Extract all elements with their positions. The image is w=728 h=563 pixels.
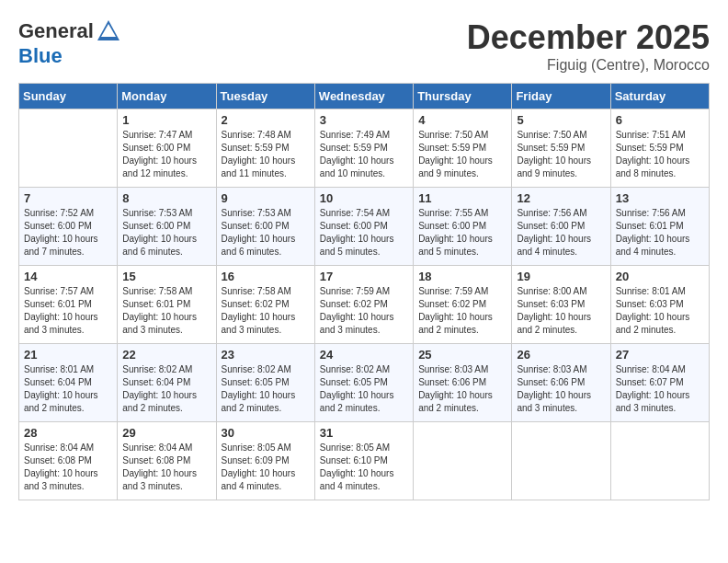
day-cell: 17Sunrise: 7:59 AM Sunset: 6:02 PM Dayli… (314, 266, 413, 344)
day-cell: 18Sunrise: 7:59 AM Sunset: 6:02 PM Dayli… (414, 266, 512, 344)
day-number: 24 (320, 348, 408, 362)
location-title: Figuig (Centre), Morocco (467, 57, 710, 74)
day-cell: 4Sunrise: 7:50 AM Sunset: 5:59 PM Daylig… (414, 109, 512, 188)
week-row-4: 21Sunrise: 8:01 AM Sunset: 6:04 PM Dayli… (19, 344, 710, 422)
day-cell: 1Sunrise: 7:47 AM Sunset: 6:00 PM Daylig… (118, 109, 216, 188)
day-cell: 30Sunrise: 8:05 AM Sunset: 6:09 PM Dayli… (216, 422, 314, 500)
day-cell: 25Sunrise: 8:03 AM Sunset: 6:06 PM Dayli… (414, 344, 512, 422)
day-cell: 14Sunrise: 7:57 AM Sunset: 6:01 PM Dayli… (19, 266, 118, 344)
day-number: 21 (24, 348, 112, 362)
day-number: 18 (418, 270, 506, 283)
day-cell: 26Sunrise: 8:03 AM Sunset: 6:06 PM Dayli… (512, 344, 610, 422)
logo-blue: Blue (18, 44, 63, 67)
day-cell (610, 422, 709, 500)
day-info: Sunrise: 8:03 AM Sunset: 6:06 PM Dayligh… (517, 363, 605, 415)
day-cell: 15Sunrise: 7:58 AM Sunset: 6:01 PM Dayli… (118, 266, 216, 344)
day-cell: 3Sunrise: 7:49 AM Sunset: 5:59 PM Daylig… (314, 109, 413, 188)
day-info: Sunrise: 7:50 AM Sunset: 5:59 PM Dayligh… (418, 129, 506, 180)
day-number: 11 (418, 191, 506, 205)
day-info: Sunrise: 7:52 AM Sunset: 6:00 PM Dayligh… (24, 207, 112, 259)
day-info: Sunrise: 7:50 AM Sunset: 5:59 PM Dayligh… (517, 129, 605, 180)
page-header: General Blue December 2025 Figuig (Centr… (18, 18, 710, 74)
day-info: Sunrise: 7:51 AM Sunset: 5:59 PM Dayligh… (616, 129, 704, 180)
day-cell: 11Sunrise: 7:55 AM Sunset: 6:00 PM Dayli… (414, 188, 512, 266)
day-cell (512, 422, 610, 500)
day-number: 19 (517, 270, 605, 283)
day-number: 13 (616, 191, 704, 205)
day-number: 25 (418, 348, 506, 362)
day-number: 31 (320, 426, 408, 440)
day-cell: 5Sunrise: 7:50 AM Sunset: 5:59 PM Daylig… (512, 109, 610, 188)
day-info: Sunrise: 8:01 AM Sunset: 6:03 PM Dayligh… (616, 285, 704, 337)
day-info: Sunrise: 8:04 AM Sunset: 6:07 PM Dayligh… (616, 363, 704, 415)
logo: General Blue (18, 18, 121, 68)
day-cell: 28Sunrise: 8:04 AM Sunset: 6:08 PM Dayli… (19, 422, 118, 500)
day-cell: 13Sunrise: 7:56 AM Sunset: 6:01 PM Dayli… (610, 188, 709, 266)
day-number: 29 (122, 426, 210, 440)
day-info: Sunrise: 8:01 AM Sunset: 6:04 PM Dayligh… (24, 363, 112, 415)
day-info: Sunrise: 7:56 AM Sunset: 6:00 PM Dayligh… (517, 207, 605, 259)
day-number: 5 (517, 113, 605, 127)
logo-general: General (18, 19, 94, 43)
day-info: Sunrise: 7:56 AM Sunset: 6:01 PM Dayligh… (616, 207, 704, 259)
day-cell: 29Sunrise: 8:04 AM Sunset: 6:08 PM Dayli… (118, 422, 216, 500)
day-number: 9 (222, 191, 310, 205)
day-cell: 9Sunrise: 7:53 AM Sunset: 6:00 PM Daylig… (216, 188, 314, 266)
day-info: Sunrise: 8:05 AM Sunset: 6:09 PM Dayligh… (222, 442, 310, 493)
weekday-saturday: Saturday (610, 84, 709, 109)
day-cell: 24Sunrise: 8:02 AM Sunset: 6:05 PM Dayli… (314, 344, 413, 422)
day-info: Sunrise: 8:04 AM Sunset: 6:08 PM Dayligh… (24, 442, 112, 493)
day-info: Sunrise: 7:47 AM Sunset: 6:00 PM Dayligh… (122, 129, 210, 180)
day-cell (414, 422, 512, 500)
day-number: 22 (122, 348, 210, 362)
day-info: Sunrise: 8:00 AM Sunset: 6:03 PM Dayligh… (517, 285, 605, 337)
day-cell: 31Sunrise: 8:05 AM Sunset: 6:10 PM Dayli… (314, 422, 413, 500)
day-number: 8 (122, 191, 210, 205)
day-info: Sunrise: 8:03 AM Sunset: 6:06 PM Dayligh… (418, 363, 506, 415)
day-cell: 27Sunrise: 8:04 AM Sunset: 6:07 PM Dayli… (610, 344, 709, 422)
weekday-wednesday: Wednesday (314, 84, 413, 109)
title-block: December 2025 Figuig (Centre), Morocco (467, 18, 710, 74)
day-info: Sunrise: 7:59 AM Sunset: 6:02 PM Dayligh… (320, 285, 408, 337)
day-cell: 6Sunrise: 7:51 AM Sunset: 5:59 PM Daylig… (610, 109, 709, 188)
day-cell: 20Sunrise: 8:01 AM Sunset: 6:03 PM Dayli… (610, 266, 709, 344)
week-row-3: 14Sunrise: 7:57 AM Sunset: 6:01 PM Dayli… (19, 266, 710, 344)
day-info: Sunrise: 7:59 AM Sunset: 6:02 PM Dayligh… (418, 285, 506, 337)
week-row-2: 7Sunrise: 7:52 AM Sunset: 6:00 PM Daylig… (19, 188, 710, 266)
weekday-tuesday: Tuesday (216, 84, 314, 109)
day-number: 1 (122, 113, 210, 127)
day-cell: 10Sunrise: 7:54 AM Sunset: 6:00 PM Dayli… (314, 188, 413, 266)
day-cell: 2Sunrise: 7:48 AM Sunset: 5:59 PM Daylig… (216, 109, 314, 188)
day-number: 15 (122, 270, 210, 283)
day-cell: 12Sunrise: 7:56 AM Sunset: 6:00 PM Dayli… (512, 188, 610, 266)
day-number: 7 (24, 191, 112, 205)
day-number: 17 (320, 270, 408, 283)
day-number: 30 (222, 426, 310, 440)
day-info: Sunrise: 7:58 AM Sunset: 6:02 PM Dayligh… (222, 285, 310, 337)
day-cell: 22Sunrise: 8:02 AM Sunset: 6:04 PM Dayli… (118, 344, 216, 422)
weekday-friday: Friday (512, 84, 610, 109)
day-number: 14 (24, 270, 112, 283)
day-number: 26 (517, 348, 605, 362)
day-number: 4 (418, 113, 506, 127)
day-number: 10 (320, 191, 408, 205)
day-number: 16 (222, 270, 310, 283)
week-row-5: 28Sunrise: 8:04 AM Sunset: 6:08 PM Dayli… (19, 422, 710, 500)
day-info: Sunrise: 7:49 AM Sunset: 5:59 PM Dayligh… (320, 129, 408, 180)
day-number: 23 (222, 348, 310, 362)
day-cell: 21Sunrise: 8:01 AM Sunset: 6:04 PM Dayli… (19, 344, 118, 422)
day-cell: 7Sunrise: 7:52 AM Sunset: 6:00 PM Daylig… (19, 188, 118, 266)
day-info: Sunrise: 8:05 AM Sunset: 6:10 PM Dayligh… (320, 442, 408, 493)
day-info: Sunrise: 7:58 AM Sunset: 6:01 PM Dayligh… (122, 285, 210, 337)
day-info: Sunrise: 7:57 AM Sunset: 6:01 PM Dayligh… (24, 285, 112, 337)
day-number: 28 (24, 426, 112, 440)
day-number: 3 (320, 113, 408, 127)
day-info: Sunrise: 8:02 AM Sunset: 6:05 PM Dayligh… (320, 363, 408, 415)
month-title: December 2025 (467, 18, 710, 57)
day-number: 20 (616, 270, 704, 283)
logo-icon (96, 18, 121, 44)
calendar-table: SundayMondayTuesdayWednesdayThursdayFrid… (18, 83, 710, 500)
weekday-thursday: Thursday (414, 84, 512, 109)
day-number: 27 (616, 348, 704, 362)
day-cell (19, 109, 118, 188)
